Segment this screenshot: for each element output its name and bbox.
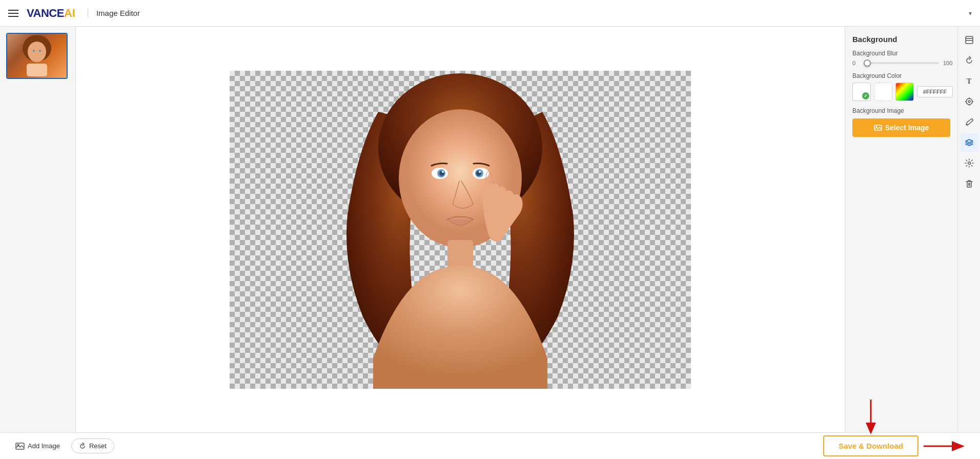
color-swatch-gradient[interactable] — [895, 83, 914, 101]
layers-stack-icon[interactable] — [960, 133, 978, 152]
logo: VANCE AI — [27, 7, 75, 20]
add-image-icon — [15, 442, 25, 451]
bg-image-section: Background Image Select Image — [852, 107, 950, 137]
right-panel: Background Background Blur 0 100 Backgro… — [845, 27, 957, 432]
svg-point-14 — [479, 171, 481, 173]
save-download-button[interactable]: Save & Download — [823, 435, 918, 456]
svg-rect-2 — [27, 64, 47, 76]
delete-icon[interactable] — [960, 174, 978, 193]
svg-text:T: T — [967, 77, 972, 85]
page-title: Image Editor — [88, 9, 140, 17]
svg-rect-16 — [874, 125, 882, 130]
thumbnail-item[interactable] — [6, 33, 68, 79]
main-layout: Background Background Blur 0 100 Backgro… — [0, 27, 980, 432]
refresh-icon[interactable] — [960, 51, 978, 70]
settings-icon[interactable] — [960, 154, 978, 172]
svg-rect-32 — [16, 443, 24, 449]
add-image-label: Add Image — [28, 442, 60, 450]
bg-color-section: Background Color — [852, 72, 950, 101]
crop-icon[interactable] — [960, 92, 978, 111]
svg-point-22 — [966, 98, 972, 105]
blur-slider[interactable] — [864, 62, 939, 64]
panel-background-title: Background — [852, 35, 950, 44]
menu-button[interactable] — [8, 10, 18, 17]
svg-point-1 — [28, 42, 46, 62]
reset-label: Reset — [89, 442, 107, 450]
bg-color-row — [852, 83, 950, 101]
thumbnail-image — [7, 34, 67, 78]
color-swatch-white[interactable] — [852, 83, 871, 101]
left-panel — [0, 27, 76, 432]
svg-point-23 — [968, 101, 970, 103]
reset-icon — [79, 443, 86, 450]
save-download-wrapper: Save & Download — [823, 435, 918, 456]
canvas-area — [76, 27, 845, 432]
select-image-button[interactable]: Select Image — [852, 118, 950, 137]
layers-icon[interactable] — [960, 31, 978, 49]
color-hex-input[interactable] — [917, 86, 953, 97]
svg-point-4 — [39, 50, 41, 52]
svg-point-29 — [968, 162, 970, 165]
arrow-right-svg — [924, 438, 965, 454]
right-toolbar: T — [957, 27, 980, 432]
blur-slider-row: 0 100 — [852, 60, 950, 66]
svg-point-3 — [33, 50, 35, 52]
blur-section: Background Blur 0 100 — [852, 50, 950, 66]
image-icon — [874, 124, 882, 132]
header: VANCE AI Image Editor ▾ — [0, 0, 980, 27]
header-dropdown-icon[interactable]: ▾ — [969, 10, 972, 17]
svg-point-10 — [442, 171, 444, 173]
reset-button[interactable]: Reset — [71, 438, 114, 453]
color-swatch-empty[interactable] — [874, 83, 892, 101]
select-image-label: Select Image — [885, 124, 929, 132]
thumbnail-svg — [16, 35, 57, 76]
blur-min-label: 0 — [852, 60, 860, 66]
bg-color-label: Background Color — [852, 72, 950, 79]
svg-marker-37 — [952, 441, 965, 451]
svg-rect-18 — [966, 36, 973, 44]
text-icon[interactable]: T — [960, 72, 978, 90]
blur-slider-thumb[interactable] — [864, 59, 871, 67]
person-image — [296, 71, 624, 389]
add-image-button[interactable]: Add Image — [10, 438, 65, 454]
blur-max-label: 100 — [943, 60, 950, 66]
main-canvas — [230, 71, 691, 389]
pen-icon[interactable] — [960, 113, 978, 131]
color-check-icon — [862, 92, 869, 99]
bg-image-label: Background Image — [852, 107, 950, 114]
save-download-label: Save & Download — [839, 442, 903, 450]
logo-ai: AI — [64, 7, 75, 20]
blur-label: Background Blur — [852, 50, 950, 57]
logo-vance: VANCE — [27, 7, 64, 20]
bottom-bar: Add Image Reset Save & Download — [0, 432, 980, 459]
canvas-container — [230, 71, 691, 389]
